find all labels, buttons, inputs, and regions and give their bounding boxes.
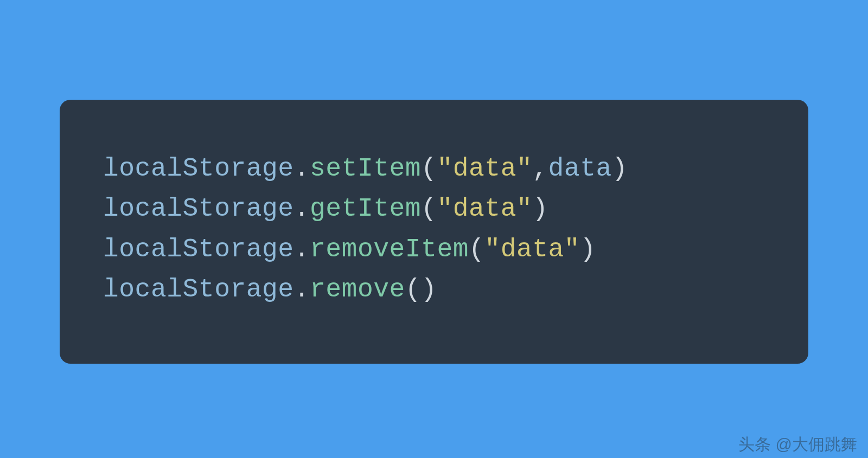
code-line-3: localStorage.removeItem("data") — [103, 229, 765, 269]
code-method: setItem — [310, 154, 421, 183]
dot: . — [294, 194, 310, 223]
code-object: localStorage — [103, 275, 294, 304]
code-string: "data" — [437, 194, 532, 223]
code-var: data — [548, 154, 612, 183]
watermark: 头条 @大佣跳舞 — [738, 434, 857, 456]
code-block: localStorage.setItem("data",data) localS… — [60, 100, 808, 364]
code-method: remove — [310, 275, 405, 304]
code-string: "data" — [484, 235, 580, 264]
paren-close: ) — [532, 194, 548, 223]
paren-open: ( — [421, 194, 437, 223]
dot: . — [294, 154, 310, 183]
paren-open: ( — [405, 275, 421, 304]
code-line-2: localStorage.getItem("data") — [103, 189, 765, 229]
paren-open: ( — [469, 235, 484, 264]
code-string: "data" — [437, 154, 532, 183]
paren-close: ) — [421, 275, 437, 304]
paren-open: ( — [421, 154, 437, 183]
code-method: getItem — [310, 194, 421, 223]
code-method: removeItem — [310, 235, 469, 264]
code-object: localStorage — [103, 154, 294, 183]
paren-close: ) — [580, 235, 596, 264]
code-line-4: localStorage.remove() — [103, 269, 765, 309]
dot: . — [294, 235, 310, 264]
code-line-1: localStorage.setItem("data",data) — [103, 149, 765, 189]
paren-close: ) — [612, 154, 628, 183]
code-object: localStorage — [103, 235, 294, 264]
comma: , — [532, 154, 548, 183]
dot: . — [294, 275, 310, 304]
code-object: localStorage — [103, 194, 294, 223]
